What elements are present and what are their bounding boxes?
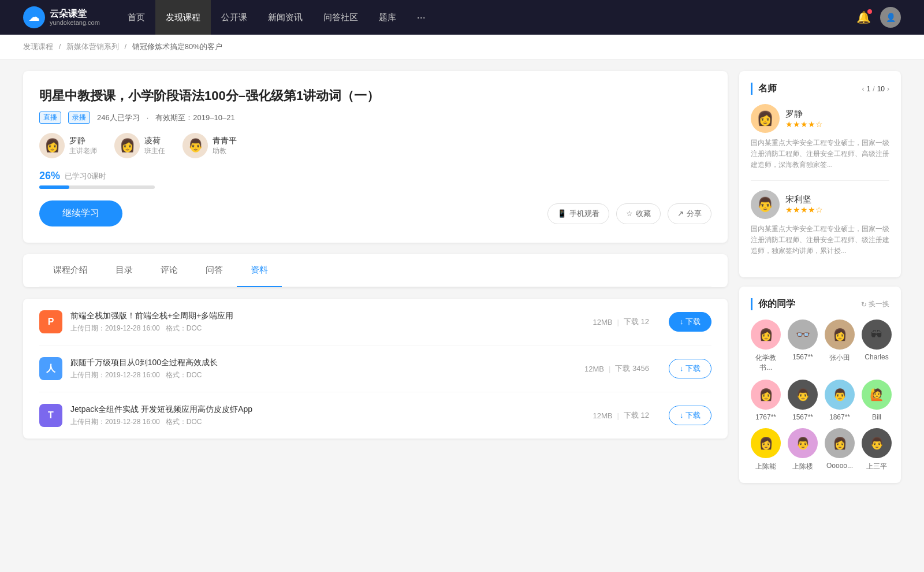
classmate-item-6[interactable]: 👨 1867**	[825, 380, 855, 421]
navbar: ☁ 云朵课堂 yundoketang.com 首页发现课程公开课新闻资讯问答社区…	[0, 0, 924, 35]
classmate-avatar-8: 👩	[751, 428, 781, 458]
teacher-item-0: 👩 罗静 主讲老师	[39, 133, 97, 158]
classmate-item-9[interactable]: 👨 上陈楼	[788, 428, 818, 471]
notification-dot	[867, 9, 872, 14]
next-teacher-arrow[interactable]: ›	[887, 85, 889, 93]
classmate-item-0[interactable]: 👩 化学教书...	[751, 320, 781, 373]
teacher-avatar-0: 👩	[39, 133, 65, 158]
teacher-item-1: 👩 凌荷 班主任	[114, 133, 165, 158]
resource-title-2: Jetpack全组件实战 开发短视频应用高仿皮皮虾App	[70, 404, 584, 415]
classmate-item-3[interactable]: 🕶 Charles	[862, 320, 892, 373]
nav-item-问答社区[interactable]: 问答社区	[313, 0, 368, 35]
resource-downloads-1: 下载 3456	[615, 363, 649, 374]
classmate-name-10: Ooooo...	[826, 462, 853, 470]
star-icon: ☆	[626, 209, 633, 218]
breadcrumb-sep-2: /	[125, 42, 127, 51]
sidebar-teacher-1: 👨 宋利坚 ★★★★☆ 国内某重点大学安全工程专业硕士，国家一级注册消防工程师、…	[751, 190, 889, 257]
resource-item-1: 人 跟随千万级项目从0到100全过程高效成长 上传日期：2019-12-28 1…	[39, 346, 711, 392]
sidebar-teacher-stars-1: ★★★★☆	[785, 205, 823, 214]
nav-item-新闻资讯[interactable]: 新闻资讯	[258, 0, 313, 35]
classmates-card: 你的同学 ↻ 换一换 👩 化学教书... 👓 1567** 👩 张小田 🕶 Ch…	[739, 287, 901, 483]
breadcrumb-item-2[interactable]: 新媒体营销系列	[66, 42, 119, 51]
tab-问答[interactable]: 问答	[192, 254, 237, 287]
share-button[interactable]: ↗ 分享	[668, 203, 711, 224]
tab-课程介绍[interactable]: 课程介绍	[39, 254, 102, 287]
action-buttons: 📱 手机观看 ☆ 收藏 ↗ 分享	[547, 203, 711, 224]
sidebar-teacher-header-0: 👩 罗静 ★★★★☆	[751, 104, 889, 133]
classmate-name-0: 化学教书...	[751, 353, 781, 373]
badge-record: 录播	[68, 112, 90, 124]
classmate-item-10[interactable]: 👩 Ooooo...	[825, 428, 855, 471]
resource-title-1: 跟随千万级项目从0到100全过程高效成长	[70, 358, 576, 368]
resource-stats-2: 12MB | 下载 12	[593, 410, 649, 421]
classmate-name-5: 1567**	[792, 413, 813, 421]
download-button-1[interactable]: ↓ 下载	[669, 359, 711, 378]
nav-more[interactable]: ···	[407, 0, 436, 35]
study-count: 246人已学习	[97, 113, 140, 123]
classmate-name-9: 上陈楼	[792, 462, 813, 471]
progress-text: 已学习0课时	[65, 171, 106, 181]
sidebar-teacher-stars-0: ★★★★☆	[785, 120, 823, 129]
classmate-item-2[interactable]: 👩 张小田	[825, 320, 855, 373]
classmate-avatar-6: 👨	[825, 380, 855, 410]
sidebar: 名师 ‹ 1 / 10 › 👩 罗静 ★★★★☆ 国内某重点大学安全工程专业硕士…	[739, 71, 901, 492]
resource-info-2: Jetpack全组件实战 开发短视频应用高仿皮皮虾App 上传日期：2019-1…	[70, 404, 584, 427]
classmate-item-4[interactable]: 👩 1767**	[751, 380, 781, 421]
classmate-item-8[interactable]: 👩 上陈能	[751, 428, 781, 471]
classmate-avatar-10: 👩	[825, 428, 855, 458]
resource-info-1: 跟随千万级项目从0到100全过程高效成长 上传日期：2019-12-28 16:…	[70, 358, 576, 380]
nav-item-公开课[interactable]: 公开课	[211, 0, 258, 35]
classmate-avatar-0: 👩	[751, 320, 781, 350]
prev-teacher-arrow[interactable]: ‹	[862, 85, 865, 93]
breadcrumb: 发现课程 / 新媒体营销系列 / 销冠修炼术搞定80%的客户	[0, 35, 924, 60]
course-meta: 直播 录播 246人已学习 · 有效期至：2019–10–21	[39, 112, 711, 124]
progress-bar-bg	[39, 185, 155, 189]
nav-item-题库[interactable]: 题库	[368, 0, 407, 35]
resource-icon-0: P	[39, 310, 62, 333]
logo[interactable]: ☁ 云朵课堂 yundoketang.com	[23, 6, 100, 28]
classmate-avatar-3: 🕶	[862, 320, 892, 350]
resource-item-2: T Jetpack全组件实战 开发短视频应用高仿皮皮虾App 上传日期：2019…	[39, 392, 711, 439]
resource-size-0: 12MB	[593, 318, 612, 326]
resource-meta-1: 上传日期：2019-12-28 16:00 格式：DOC	[70, 370, 576, 380]
sidebar-teacher-info-1: 宋利坚 ★★★★☆	[785, 194, 823, 214]
tab-资料[interactable]: 资料	[237, 254, 282, 287]
dot-sep: ·	[147, 113, 149, 122]
classmate-avatar-1: 👓	[788, 320, 818, 350]
classmate-item-1[interactable]: 👓 1567**	[788, 320, 818, 373]
main-layout: 明星中教授课，小学阶段语法100分–强化级第1讲动词（一） 直播 录播 246人…	[0, 60, 924, 504]
sidebar-teachers: 👩 罗静 ★★★★☆ 国内某重点大学安全工程专业硕士，国家一级注册消防工程师、注…	[751, 104, 889, 257]
classmate-name-3: Charles	[865, 353, 888, 361]
favorite-button[interactable]: ☆ 收藏	[616, 203, 661, 224]
teacher-info-1: 凌荷 班主任	[144, 136, 165, 156]
teacher-item-2: 👨 青青平 助教	[182, 133, 237, 158]
classmate-item-5[interactable]: 👨 1567**	[788, 380, 818, 421]
nav-item-首页[interactable]: 首页	[117, 0, 155, 35]
phone-watch-button[interactable]: 📱 手机观看	[547, 203, 609, 224]
progress-pct: 26%	[39, 170, 60, 182]
user-avatar-nav[interactable]: 👤	[880, 7, 901, 28]
sidebar-teacher-desc-0: 国内某重点大学安全工程专业硕士，国家一级注册消防工程师、注册安全工程师、高级注册…	[751, 138, 889, 171]
tab-目录[interactable]: 目录	[102, 254, 147, 287]
classmate-item-7[interactable]: 🙋 Bill	[862, 380, 892, 421]
tab-评论[interactable]: 评论	[147, 254, 192, 287]
resource-meta-2: 上传日期：2019-12-28 16:00 格式：DOC	[70, 417, 584, 427]
download-button-0[interactable]: ↓ 下载	[669, 312, 711, 332]
teacher-name-1: 凌荷	[144, 136, 165, 146]
nav-item-发现课程[interactable]: 发现课程	[155, 0, 211, 35]
valid-period: 有效期至：2019–10–21	[155, 113, 234, 123]
download-button-2[interactable]: ↓ 下载	[669, 406, 711, 425]
classmate-item-11[interactable]: 👨 上三平	[862, 428, 892, 471]
teacher-name-2: 青青平	[213, 136, 237, 146]
resource-list: P 前端全栈加强版！前端全栈+全周期+多端应用 上传日期：2019-12-28 …	[23, 299, 728, 439]
page-sep: /	[873, 85, 874, 93]
teacher-avatar-2: 👨	[182, 133, 208, 158]
classmate-name-11: 上三平	[866, 462, 887, 471]
continue-study-button[interactable]: 继续学习	[39, 200, 122, 226]
teacher-info-2: 青青平 助教	[213, 136, 237, 156]
refresh-classmates-button[interactable]: ↻ 换一换	[861, 299, 889, 309]
notification-bell[interactable]: 🔔	[856, 10, 871, 24]
resource-meta-0: 上传日期：2019-12-28 16:00 格式：DOC	[70, 324, 584, 333]
share-icon: ↗	[677, 209, 684, 218]
breadcrumb-item-1[interactable]: 发现课程	[23, 42, 53, 51]
